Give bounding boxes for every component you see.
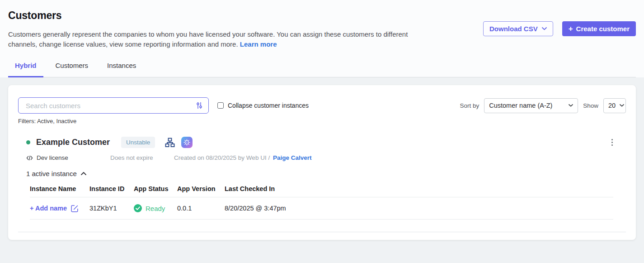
table-row: + Add name 31ZKbY1 — [30, 197, 613, 220]
collapse-checkbox-group: Collapse customer instances — [217, 102, 309, 109]
filter-sliders-icon[interactable] — [195, 101, 203, 111]
last-checked-in-cell: 8/20/2025 @ 3:47pm — [225, 205, 613, 212]
col-app-version: App Version — [177, 185, 225, 192]
search-wrap — [18, 97, 209, 114]
customer-block: Example Customer Unstable — [26, 137, 626, 220]
sort-select[interactable]: Customer name (A-Z) — [484, 98, 578, 113]
filters-note: Filters: Active, Inactive — [18, 118, 626, 124]
col-app-status: App Status — [134, 185, 177, 192]
chevron-down-icon — [542, 27, 547, 30]
customer-name[interactable]: Example Customer — [36, 138, 110, 147]
page-header: Customers Customers generally represent … — [0, 0, 644, 77]
learn-more-link[interactable]: Learn more — [240, 40, 277, 48]
chevron-down-icon — [620, 104, 624, 107]
col-instance-id: Instance ID — [89, 185, 134, 192]
customer-block-divider — [18, 232, 626, 232]
chevron-down-icon — [569, 104, 573, 107]
app-status-label: Ready — [146, 205, 165, 212]
kebab-menu-icon[interactable] — [610, 137, 615, 148]
description-line-2: channels, change license values, view so… — [8, 39, 636, 49]
create-customer-button[interactable]: + Create customer — [562, 21, 636, 36]
instances-table-header: Instance Name Instance ID App Status App… — [30, 185, 613, 197]
customer-header: Example Customer Unstable — [26, 137, 626, 148]
code-icon — [26, 155, 33, 161]
customer-meta: Dev license Does not expire Created on 0… — [26, 154, 626, 161]
created-info: Created on 08/20/2025 by Web UI / Paige … — [174, 154, 311, 161]
tab-hybrid[interactable]: Hybrid — [8, 62, 43, 77]
tab-instances[interactable]: Instances — [100, 62, 143, 77]
col-last-checked-in: Last Checked In — [225, 185, 613, 192]
collapse-checkbox-label[interactable]: Collapse customer instances — [228, 102, 309, 109]
show-select-value: 20 — [608, 102, 616, 109]
create-customer-label: Create customer — [576, 25, 630, 33]
kubernetes-icon — [181, 137, 193, 148]
download-csv-button[interactable]: Download CSV — [483, 21, 553, 36]
plus-icon: + — [569, 25, 573, 33]
edit-pencil-icon[interactable] — [71, 205, 79, 212]
sort-select-value: Customer name (A-Z) — [489, 102, 552, 109]
license-type: Dev license — [26, 154, 110, 161]
page-title: Customers — [8, 0, 636, 22]
app-version-cell: 0.0.1 — [177, 205, 225, 212]
license-type-label: Dev license — [37, 154, 68, 161]
chevron-up-icon — [81, 172, 86, 175]
toolbar: Collapse customer instances Sort by Cust… — [18, 97, 626, 114]
active-status-dot-icon — [26, 140, 30, 144]
customers-card: Collapse customer instances Sort by Cust… — [8, 85, 636, 240]
created-text: Created on 08/20/2025 by Web UI / — [174, 154, 270, 161]
tab-bar: Hybrid Customers Instances — [8, 62, 636, 77]
sort-by-label: Sort by — [460, 102, 479, 109]
content-area: Collapse customer instances Sort by Cust… — [0, 77, 644, 249]
show-select[interactable]: 20 — [603, 98, 626, 113]
instance-name-cell: + Add name — [30, 205, 89, 212]
tab-customers[interactable]: Customers — [49, 62, 95, 77]
header-actions: Download CSV + Create customer — [483, 21, 636, 36]
created-by-link[interactable]: Paige Calvert — [273, 154, 312, 161]
license-expiry: Does not expire — [110, 154, 174, 161]
instance-id-cell: 31ZKbY1 — [89, 205, 134, 212]
instances-summary-toggle[interactable]: 1 active instance — [26, 170, 626, 177]
check-circle-icon — [134, 204, 142, 212]
channel-badge: Unstable — [121, 137, 155, 148]
add-name-link[interactable]: + Add name — [30, 205, 67, 212]
helm-chart-icon — [165, 137, 175, 148]
instances-summary-label: 1 active instance — [26, 170, 77, 177]
app-status-cell: Ready — [134, 204, 177, 212]
show-label: Show — [583, 102, 598, 109]
instances-table: Instance Name Instance ID App Status App… — [30, 185, 613, 220]
col-instance-name: Instance Name — [30, 185, 89, 192]
toolbar-right: Sort by Customer name (A-Z) Show 20 — [460, 98, 626, 113]
collapse-checkbox[interactable] — [217, 102, 224, 109]
search-input[interactable] — [18, 97, 209, 114]
download-csv-label: Download CSV — [489, 25, 538, 33]
